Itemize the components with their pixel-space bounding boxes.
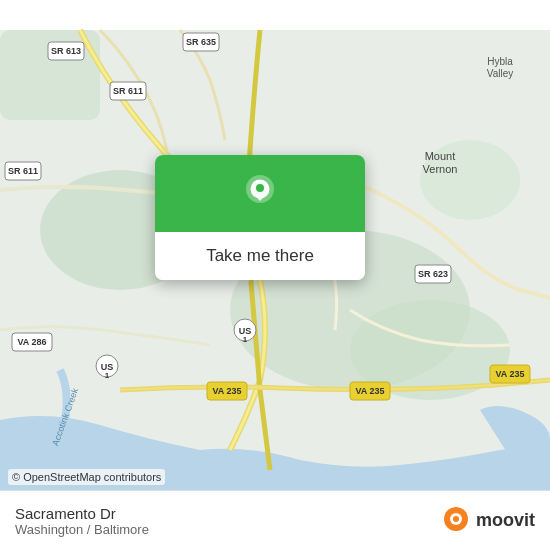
location-info: Sacramento Dr Washington / Baltimore (15, 505, 149, 537)
svg-text:VA 235: VA 235 (355, 386, 384, 396)
svg-text:Mount: Mount (425, 150, 456, 162)
svg-text:SR 611: SR 611 (8, 166, 38, 176)
popup-card: Take me there (155, 155, 365, 280)
location-region: Washington / Baltimore (15, 522, 149, 537)
svg-text:VA 286: VA 286 (17, 337, 46, 347)
svg-text:Vernon: Vernon (423, 163, 458, 175)
map-container: SR 613 SR 635 SR 611 SR 611 Mount Vernon… (0, 0, 550, 550)
bottom-bar: Sacramento Dr Washington / Baltimore moo… (0, 490, 550, 550)
svg-point-41 (453, 516, 459, 522)
svg-text:SR 635: SR 635 (186, 37, 216, 47)
svg-text:Valley: Valley (487, 68, 514, 79)
moovit-brand-text: moovit (476, 510, 535, 531)
svg-text:1: 1 (243, 335, 248, 344)
take-me-there-button[interactable]: Take me there (155, 232, 365, 280)
popup-green-area (155, 155, 365, 232)
moovit-icon (441, 506, 471, 536)
svg-text:SR 611: SR 611 (113, 86, 143, 96)
svg-text:VA 235: VA 235 (495, 369, 524, 379)
svg-text:Hybla: Hybla (487, 56, 513, 67)
svg-text:SR 613: SR 613 (51, 46, 81, 56)
location-pin-icon (238, 173, 282, 217)
copyright-text: © OpenStreetMap contributors (8, 469, 165, 485)
svg-text:1: 1 (105, 371, 110, 380)
svg-text:SR 623: SR 623 (418, 269, 448, 279)
svg-text:VA 235: VA 235 (212, 386, 241, 396)
location-name: Sacramento Dr (15, 505, 149, 522)
moovit-logo: moovit (441, 506, 535, 536)
svg-point-38 (256, 184, 264, 192)
